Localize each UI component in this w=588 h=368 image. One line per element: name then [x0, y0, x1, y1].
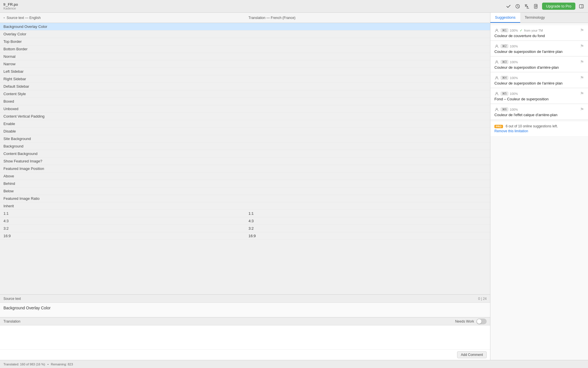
suggestion-item[interactable]: ⌘1 100% ✓ from your TM ⚑ Couleur de couv… [490, 25, 588, 41]
translate-icon[interactable] [524, 3, 530, 9]
source-text-content: Background Overlay Color [0, 303, 490, 317]
translation-cell: 1:1 [245, 210, 490, 217]
table-row[interactable]: Content Style [0, 90, 490, 98]
table-row[interactable]: Content Vertical Padding [0, 113, 490, 120]
translation-column-header: Translation — French (France) [245, 16, 490, 20]
table-row[interactable]: Above [0, 172, 490, 180]
source-cell: 3:2 [0, 225, 245, 232]
source-cell: 16:9 [0, 233, 245, 239]
tab-terminology[interactable]: Terminology [520, 13, 550, 23]
person-icon [494, 91, 499, 96]
translation-cell [245, 41, 490, 43]
bullet-icon: • [3, 16, 5, 20]
translation-textarea[interactable] [0, 325, 490, 348]
main-area: • Source text — English Translation — Fr… [0, 13, 588, 360]
table-row[interactable]: Overlay Color [0, 30, 490, 38]
table-row[interactable]: Featured Image Ratio [0, 195, 490, 202]
status-separator: • [47, 363, 49, 366]
source-cell: Right Sidebar [0, 76, 245, 82]
source-cell: Above [0, 173, 245, 179]
svg-point-7 [496, 92, 498, 94]
needs-work-toggle[interactable] [476, 319, 487, 324]
translation-cell [245, 145, 490, 147]
suggestion-item[interactable]: ⌘4 100% ⚑ Couleur de superposition de l'… [490, 73, 588, 88]
table-row[interactable]: Narrow [0, 60, 490, 68]
source-cell: Background Overlay Color [0, 23, 245, 30]
translation-cell [245, 108, 490, 110]
source-text-count: 0 | 24 [478, 297, 487, 301]
table-row[interactable]: 3:2 3:2 [0, 225, 490, 232]
bookmark-icon[interactable]: ⚑ [580, 28, 584, 33]
suggestion-header: ⌘5 100% ⚑ [494, 91, 584, 96]
table-row[interactable]: Right Sidebar [0, 75, 490, 83]
checkmark-icon[interactable] [505, 3, 512, 9]
source-text-label: Source text [3, 297, 21, 301]
suggestion-item[interactable]: ⌘5 100% ⚑ Fond – Couleur de superpositio… [490, 89, 588, 104]
translation-cell [245, 190, 490, 192]
table-row[interactable]: Featured Image Position [0, 165, 490, 172]
table-row[interactable]: Content Background [0, 150, 490, 158]
translation-cell [245, 168, 490, 170]
table-row[interactable]: Top Border [0, 38, 490, 45]
history-icon[interactable] [514, 3, 521, 9]
table-row[interactable]: Unboxed [0, 105, 490, 113]
translation-cell [245, 100, 490, 103]
table-row[interactable]: Left Sidebar [0, 68, 490, 75]
tab-suggestions[interactable]: Suggestions [490, 13, 520, 23]
table-row[interactable]: Site Background [0, 135, 490, 143]
svg-rect-2 [579, 5, 583, 8]
table-row[interactable]: Background Overlay Color [0, 23, 490, 30]
table-row[interactable]: Show Featured Image? [0, 158, 490, 165]
bookmark-icon[interactable]: ⚑ [580, 59, 584, 65]
table-row[interactable]: Inherit [0, 202, 490, 210]
shortcut-label: ⌘1 [501, 28, 508, 32]
bookmark-icon[interactable]: ⚑ [580, 91, 584, 96]
suggestion-item[interactable]: ⌘2 100% ⚑ Couleur de superposition de l'… [490, 41, 588, 56]
suggestions-tabs: Suggestions Terminology [490, 13, 588, 23]
suggestion-item[interactable]: ⌘3 100% ⚑ Couleur de superposition d'arr… [490, 57, 588, 72]
suggestion-text: Couleur de superposition d'arrière-plan [494, 65, 584, 70]
translation-cell [245, 160, 490, 162]
shortcut-label: ⌘4 [501, 76, 508, 80]
source-cell: Enable [0, 120, 245, 127]
bookmark-icon[interactable]: ⚑ [580, 75, 584, 80]
table-row[interactable]: Bottom Border [0, 45, 490, 53]
table-row[interactable]: Below [0, 187, 490, 195]
bookmark-icon[interactable]: ⚑ [580, 43, 584, 49]
upgrade-button[interactable]: Upgrade to Pro [542, 3, 575, 10]
translation-cell [245, 175, 490, 177]
source-cell: Show Featured Image? [0, 158, 245, 164]
person-icon [494, 107, 499, 112]
table-row[interactable]: Disable [0, 128, 490, 135]
translation-cell [245, 198, 490, 200]
suggestion-item[interactable]: ⌘6 100% ⚑ Couleur de l'effet calque d'ar… [490, 104, 588, 120]
table-header: • Source text — English Translation — Fr… [0, 13, 490, 23]
suggestion-header: ⌘2 100% ⚑ [494, 43, 584, 49]
sidebar-toggle-icon[interactable] [578, 3, 585, 9]
needs-work-container: Needs Work [455, 319, 487, 324]
translation-cell [245, 78, 490, 80]
remove-limitation-link[interactable]: Remove this limitation [494, 129, 584, 133]
table-row[interactable]: 16:9 16:9 [0, 232, 490, 240]
bookmark-icon[interactable]: ⚑ [580, 107, 584, 112]
add-comment-button[interactable]: Add Comment [457, 351, 487, 358]
suggestion-text: Couleur de superposition de l'arrière pl… [494, 81, 584, 85]
table-row[interactable]: Behind [0, 180, 490, 187]
table-row[interactable]: 1:1 1:1 [0, 210, 490, 217]
suggestions-panel: Suggestions Terminology ⌘1 10 [490, 13, 588, 360]
table-row[interactable]: Boxed [0, 98, 490, 105]
person-icon [494, 28, 499, 33]
match-percent: 100% [510, 60, 518, 64]
table-row[interactable]: Normal [0, 53, 490, 60]
source-cell: Disable [0, 128, 245, 135]
table-row[interactable]: 4:3 4:3 [0, 217, 490, 225]
svg-point-3 [496, 29, 498, 30]
tm-check-icon: ✓ [520, 28, 523, 32]
table-row[interactable]: Enable [0, 120, 490, 128]
document-icon[interactable] [533, 3, 539, 9]
table-row[interactable]: Background [0, 143, 490, 150]
translation-cell [245, 138, 490, 140]
translation-cell [245, 48, 490, 50]
translation-cell [245, 85, 490, 88]
table-row[interactable]: Default Sidebar [0, 83, 490, 90]
